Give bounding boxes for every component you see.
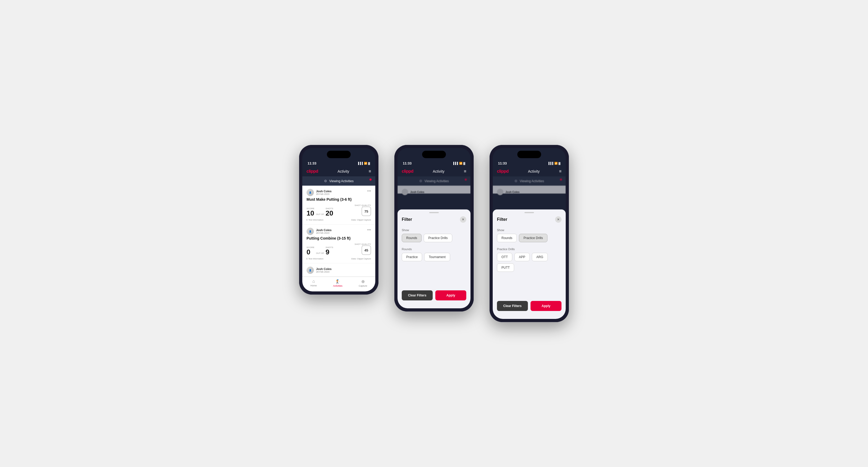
status-time-2: 11:33 (403, 161, 411, 165)
filter-app-btn-3[interactable]: APP (515, 253, 530, 261)
user-date-3: 28 Feb 2023 (316, 271, 332, 273)
capture-label-1: Capture (359, 284, 367, 287)
status-icons-1: ▐▐▐ 📶 ▓ (357, 162, 370, 165)
modal-section-rounds-2: Rounds Practice Tournament (398, 245, 470, 264)
status-icons-2: ▐▐▐ 📶 ▓ (452, 162, 465, 165)
score-value-1: 10 (307, 210, 314, 217)
phone-1: 11:33 ▐▐▐ 📶 ▓ clippd Activity ≡ ⚙ Viewin… (299, 145, 378, 294)
activity-card-3-partial: 👤 Josh Coles 28 Feb 2023 (302, 263, 375, 277)
viewing-bar-1[interactable]: ⚙ Viewing Activities (302, 176, 375, 186)
close-icon-3: ✕ (557, 218, 560, 221)
card-dots-1[interactable]: ••• (367, 189, 371, 193)
card-footer-left-1: ℹ Test Information (307, 219, 323, 221)
clear-filters-btn-2[interactable]: Clear Filters (402, 290, 433, 301)
modal-header-3: Filter ✕ (493, 214, 566, 226)
app-logo-2: clippd (402, 169, 413, 174)
close-icon-2: ✕ (462, 218, 464, 221)
rounds-label-2: Rounds (402, 248, 466, 251)
blurred-bg-2: ⚙ Viewing Activities Josh Coles (398, 176, 470, 193)
blurred-bg-3: ⚙ Viewing Activities Josh Coles (493, 176, 566, 193)
card-footer-1: ℹ Test Information Data: Clippd Capture (307, 219, 371, 221)
score-value-2: 0 (307, 249, 314, 255)
menu-icon-1[interactable]: ≡ (369, 169, 371, 174)
filter-show-buttons-2: Rounds Practice Drills (402, 234, 466, 242)
card-footer-2: ℹ Test Information Data: Clippd Capture (307, 257, 371, 260)
battery-icon-2: ▓ (463, 162, 465, 165)
footer-right-text-2: Data: Clippd Capture (351, 257, 371, 260)
phone-2-screen: 11:33 ▐▐▐ 📶 ▓ clippd Activity ≡ ⚙ Viewin… (398, 148, 470, 308)
home-label-1: Home (310, 284, 317, 287)
filter-practice-round-btn-2[interactable]: Practice (402, 253, 422, 261)
filter-practice-btn-3[interactable]: Practice Drills (519, 234, 547, 242)
drills-label-3: Practice Drills (497, 248, 561, 251)
apply-btn-3[interactable]: Apply (530, 301, 561, 311)
wifi-icon-3: 📶 (554, 162, 558, 165)
stat-score-group-2: Score 0 (307, 246, 314, 255)
clear-filters-btn-3[interactable]: Clear Filters (497, 301, 528, 311)
dynamic-island-1 (327, 151, 351, 158)
nav-bar-2: clippd Activity ≡ (398, 167, 470, 176)
nav-bar-3: clippd Activity ≡ (493, 167, 566, 176)
filter-ott-btn-3[interactable]: OTT (497, 253, 512, 261)
modal-close-2[interactable]: ✕ (460, 216, 466, 223)
viewing-bar-2: ⚙ Viewing Activities (398, 176, 470, 186)
phone-1-screen: 11:33 ▐▐▐ 📶 ▓ clippd Activity ≡ ⚙ Viewin… (302, 148, 375, 291)
nav-capture-1[interactable]: ⊕ Capture (359, 279, 367, 287)
user-details-2: Josh Coles 28 Feb 2023 (316, 228, 332, 234)
filter-putt-btn-3[interactable]: PUTT (497, 263, 514, 272)
modal-title-2: Filter (402, 217, 412, 222)
footer-left-text-1: Test Information (308, 219, 323, 221)
user-date-2: 28 Feb 2023 (316, 232, 332, 234)
modal-handle-3 (524, 212, 534, 213)
activity-title-2: Putting Combine (3-15 ft) (307, 236, 371, 240)
modal-handle-2 (429, 212, 439, 213)
activity-card-2: 👤 Josh Coles 28 Feb 2023 ••• Putting Com… (302, 224, 375, 263)
filter-practice-btn-2[interactable]: Practice Drills (424, 234, 452, 242)
phone-2: 11:33 ▐▐▐ 📶 ▓ clippd Activity ≡ ⚙ Viewin… (394, 145, 474, 312)
avatar-inner-1: 👤 (307, 189, 314, 196)
modal-handle-bar-3 (493, 210, 566, 214)
nav-activities-1[interactable]: 🏌 Activities (333, 279, 342, 287)
status-icons-3: ▐▐▐ 📶 ▓ (548, 162, 560, 165)
phones-container: 11:33 ▐▐▐ 📶 ▓ clippd Activity ≡ ⚙ Viewin… (299, 145, 569, 322)
apply-btn-2[interactable]: Apply (435, 290, 466, 301)
shot-quality-group-1: Shot Quality 75 (355, 204, 371, 217)
menu-icon-3[interactable]: ≡ (559, 169, 561, 174)
modal-handle-bar-2 (398, 210, 470, 214)
dynamic-island-3 (517, 151, 541, 158)
avatar-inner-3: 👤 (307, 267, 314, 274)
nav-title-1: Activity (338, 169, 349, 174)
user-date-1: 28 Feb 2023 (316, 193, 332, 195)
app-logo-3: clippd (497, 169, 508, 174)
modal-close-3[interactable]: ✕ (555, 216, 561, 223)
nav-home-1[interactable]: ⌂ Home (310, 279, 317, 287)
card-dots-2[interactable]: ••• (367, 228, 371, 232)
phone-3-screen: 11:33 ▐▐▐ 📶 ▓ clippd Activity ≡ ⚙ Viewin… (493, 148, 566, 319)
filter-arg-btn-3[interactable]: ARG (532, 253, 548, 261)
user-name-3: Josh Coles (316, 267, 332, 271)
bottom-nav-1: ⌂ Home 🏌 Activities ⊕ Capture (302, 277, 375, 291)
modal-footer-2: Clear Filters Apply (398, 285, 470, 308)
viewing-text-1: Viewing Activities (329, 179, 353, 183)
stat-shots-group-1: Shots 20 (326, 207, 333, 217)
filter-rounds-btn-2[interactable]: Rounds (402, 234, 422, 242)
menu-icon-2[interactable]: ≡ (464, 169, 466, 174)
signal-icon-3: ▐▐▐ (548, 162, 553, 165)
user-name-1: Josh Coles (316, 190, 332, 193)
shot-quality-value-2: 45 (362, 245, 371, 255)
nav-bar-1: clippd Activity ≡ (302, 167, 375, 176)
user-details-3: Josh Coles 28 Feb 2023 (316, 267, 332, 273)
avatar-inner-2: 👤 (307, 228, 314, 235)
avatar-1: 👤 (307, 189, 314, 196)
activities-icon-1: 🏌 (335, 279, 340, 284)
battery-icon-3: ▓ (559, 162, 560, 165)
shots-value-2: 9 (326, 249, 333, 255)
filter-rounds-btn-3[interactable]: Rounds (497, 234, 517, 242)
avatar-3: 👤 (307, 267, 314, 274)
red-dot-1 (369, 179, 372, 181)
battery-icon: ▓ (368, 162, 370, 165)
filter-tournament-btn-2[interactable]: Tournament (424, 253, 450, 261)
modal-spacer-2 (398, 264, 470, 285)
card-header-2: 👤 Josh Coles 28 Feb 2023 ••• (307, 228, 371, 235)
nav-title-2: Activity (433, 169, 444, 174)
